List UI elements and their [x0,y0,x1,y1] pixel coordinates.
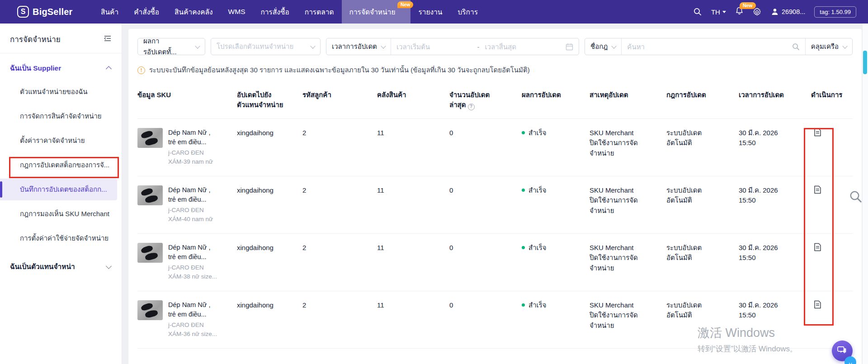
sidebar-section-supplier[interactable]: ฉันเป็น Supplier [0,53,122,78]
chevron-down-icon [722,11,726,13]
reason-cell: SKU Merchant ปิดใช้งานการจัด จำหน่าย [590,243,666,274]
column-header-update-to-distributor: อัปเดตไปยัง ตัวแทนจำหน่าย [237,90,302,110]
bigseller-logo-icon: S [17,6,29,18]
calendar-icon[interactable] [566,43,579,51]
chevron-down-icon [612,43,617,48]
rule-search-group: ชื่อกฎ คลุมเครือ [585,38,853,55]
column-header-update-result: ผลการอัปเดต [522,90,590,110]
end-time-input[interactable] [479,43,566,51]
time-cell: 30 มี.ค. 2026 15:50 [739,185,811,206]
fuzzy-match-select[interactable]: คลุมเครือ [806,38,852,55]
chevron-down-icon [310,43,315,48]
product-name: Dép Nam Nữ , trẻ em điều... [168,300,217,319]
success-dot-icon [522,131,525,134]
search-icon[interactable] [693,7,702,16]
nav-item-inventory[interactable]: สินค้าคงคลัง [167,0,221,24]
view-log-document-icon[interactable] [814,300,821,309]
column-header-warehouse: คลังสินค้า [377,90,449,110]
product-image [137,185,163,205]
view-log-document-icon[interactable] [814,243,821,251]
search-input[interactable] [622,43,786,51]
view-log-document-icon[interactable] [814,185,821,194]
product-variant: j-CARO ĐEN XÁM-36 nữ size... [168,321,217,339]
warehouse-cell: 11 [377,243,449,253]
rule-cell: ระบบอัปเดต อัตโนมัติ [666,128,739,148]
update-qty-cell: 0 [449,185,522,196]
info-icon: ! [137,66,145,74]
sidebar-section-distributor[interactable]: ฉันเป็นตัวแทนจำหน่า [0,252,122,277]
nav-item-services[interactable]: บริการ [450,0,486,24]
product-name: Dép Nam Nữ , trẻ em điều... [168,185,213,204]
product-image [137,128,163,148]
nav-item-marketing[interactable]: การตลาด [297,0,342,24]
column-header-customer-code: รหัสลูกค้า [302,90,377,110]
result-cell: สำเร็จ [528,128,547,138]
language-label: TH [711,8,720,16]
column-header-update-time: เวลาการอัปเดต [739,90,811,110]
nav-item-reports[interactable]: รายงาน [410,0,450,24]
start-time-input[interactable] [391,43,477,51]
sidebar-item-stock-update-log[interactable]: บันทึกการอัปเดตของสต็อกก... [0,179,117,200]
sidebar-item-distribution-pricing[interactable]: ตั้งค่าราคาจัดจำหน่าย [0,130,122,151]
reason-cell: SKU Merchant ปิดใช้งานการจัด จำหน่าย [590,185,666,216]
time-cell: 30 มี.ค. 2026 15:50 [739,128,811,148]
reason-cell: SKU Merchant ปิดใช้งานการจัด จำหน่าย [590,128,666,159]
sidebar-item-my-distributors[interactable]: ตัวแทนจำหน่ายของฉัน [0,81,122,103]
divider [137,348,853,349]
sidebar-title: การจัดจำหน่าย [10,33,61,45]
collapse-sidebar-icon[interactable] [104,35,112,44]
notifications-button[interactable]: New [735,6,744,17]
product-image [137,243,163,263]
time-cell: 30 มี.ค. 2026 15:50 [739,300,811,321]
customer-code-cell: 2 [302,128,377,138]
success-dot-icon [522,189,525,192]
table-row: Dép Nam Nữ , trẻ em điều... j-CARO ĐEN X… [137,233,853,291]
column-header-sku: ข้อมูล SKU [137,90,237,110]
table-header: ข้อมูล SKU อัปเดตไปยัง ตัวแทนจำหน่าย รหั… [137,85,853,118]
product-image [137,300,163,320]
chevron-up-icon [106,66,112,72]
nav-item-products[interactable]: สินค้า [93,0,126,24]
rule-cell: ระบบอัปเดต อัตโนมัติ [666,243,739,263]
time-type-select[interactable]: เวลาการอัปเดต [326,38,391,55]
distributor-select[interactable]: โปรดเลือกตัวแทนจำหน่าย [211,38,321,55]
filter-bar: ผลการอัปเดตทั้... โปรดเลือกตัวแทนจำหน่าย… [137,38,853,55]
sidebar-item-stock-update-rules[interactable]: กฎการอัปเดตสต็อกของการจั... [0,154,122,176]
nav-item-wms[interactable]: WMS [221,0,253,24]
bigseller-logo[interactable]: S BigSeller [0,6,81,18]
brand-name: BigSeller [33,7,73,17]
column-header-update-rule: กฎการอัปเดต [666,90,739,110]
scrollbar[interactable] [862,24,868,364]
warehouse-cell: 11 [377,128,449,138]
customer-code-cell: 2 [302,243,377,253]
result-cell: สำเร็จ [528,185,547,196]
chevron-down-icon [106,263,112,269]
sidebar-section-supplier-label: ฉันเป็น Supplier [10,62,61,74]
reason-cell: SKU Merchant ปิดใช้งานการจัด จำหน่าย [590,300,666,331]
rule-cell: ระบบอัปเดต อัตโนมัติ [666,300,739,321]
table-row: Dép Nam Nữ , trẻ em điều... j-CARO ĐEN X… [137,291,853,348]
warehouse-cell: 11 [377,300,449,311]
sidebar-item-distribution-cost-settings[interactable]: การตั้งค่าค่าใช้จ่ายจัดจำหน่าย [0,227,122,249]
nav-item-orders[interactable]: คำสั่งซื้อ [126,0,167,24]
sidebar-item-distribution-products[interactable]: การจัดการสินค้าจัดจำหน่าย [0,105,122,127]
help-icon[interactable]: ? [468,104,475,110]
product-variant: j-CARO ĐEN XÁM-38 nữ size... [168,263,217,282]
sidebar-item-sku-visibility-rules[interactable]: กฎการมองเห็น SKU Merchant [0,203,122,225]
language-selector[interactable]: TH [711,8,726,16]
success-dot-icon [522,303,525,307]
nav-item-purchasing[interactable]: การสั่งซื้อ [253,0,297,24]
update-result-select[interactable]: ผลการอัปเดตทั้... [137,38,205,55]
view-log-document-icon[interactable] [814,128,821,137]
search-icon[interactable] [787,43,805,51]
info-banner-text: ระบบจะบันทึกข้อมูลย้อนหลังสูงสุด 30 รายก… [149,65,530,76]
nav-item-distribution[interactable]: การจัดจำหน่าย New [342,0,411,24]
user-account-button[interactable]: 26908... [771,8,805,16]
main-menu: สินค้า คำสั่งซื้อ สินค้าคงคลัง WMS การสั… [93,0,486,24]
scrollbar-thumb[interactable] [863,51,867,74]
rule-cell: ระบบอัปเดต อัตโนมัติ [666,185,739,206]
chevron-down-icon [842,43,847,48]
column-search-icon[interactable] [849,190,863,205]
rule-name-select[interactable]: ชื่อกฎ [585,38,621,55]
column-header-actions: ดำเนินการ [811,90,849,110]
